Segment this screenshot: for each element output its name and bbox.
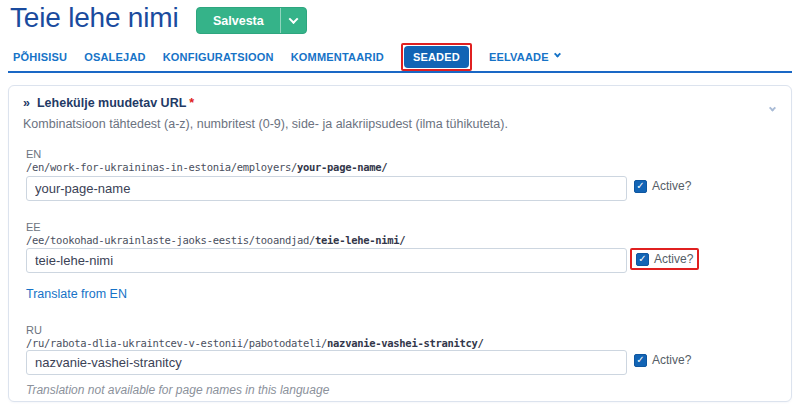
active-checkbox-en[interactable]: ✓ bbox=[634, 180, 647, 193]
page-title: Teie lehe nimi bbox=[10, 2, 178, 34]
tabbar-divider bbox=[8, 71, 792, 73]
tab-eelvaade[interactable]: EELVAADE bbox=[489, 51, 560, 63]
annotation-box-seaded: SEADED bbox=[401, 43, 472, 71]
url-path-slug: teie-lehe-nimi/ bbox=[315, 234, 405, 246]
tab-eelvaade-label: EELVAADE bbox=[489, 51, 549, 63]
chevron-down-icon bbox=[769, 105, 776, 112]
check-icon: ✓ bbox=[638, 254, 646, 264]
chevron-down-icon bbox=[554, 51, 561, 58]
section-title: »Lehekülje muudetav URL* bbox=[23, 96, 194, 110]
url-path-slug: nazvanie-vashei-stranitcy/ bbox=[327, 337, 484, 349]
tab-bar: PÕHISISU OSALEJAD KONFIGURATSIOON KOMMEN… bbox=[13, 44, 560, 70]
tab-konfiguratsioon[interactable]: KONFIGURATSIOON bbox=[163, 51, 274, 63]
url-path-prefix: /en/work-for-ukraininas-in-estonia/emplo… bbox=[26, 161, 297, 173]
url-path-en: /en/work-for-ukraininas-in-estonia/emplo… bbox=[26, 161, 387, 173]
slug-input-en[interactable] bbox=[26, 176, 627, 201]
translate-from-en-link[interactable]: Translate from EN bbox=[26, 287, 127, 301]
tab-osalejad[interactable]: OSALEJAD bbox=[84, 51, 146, 63]
chevron-down-icon bbox=[288, 14, 298, 24]
save-dropdown-toggle[interactable] bbox=[280, 8, 306, 33]
page: Teie lehe nimi Salvesta PÕHISISU OSALEJA… bbox=[0, 0, 800, 406]
url-settings-panel: »Lehekülje muudetav URL* Kombinatsioon t… bbox=[8, 85, 792, 402]
slug-input-ru[interactable] bbox=[26, 350, 627, 375]
active-row-ru: ✓ Active? bbox=[634, 353, 691, 367]
tab-kommentaarid[interactable]: KOMMENTAARID bbox=[291, 51, 384, 63]
translation-unavailable-note: Translation not available for page names… bbox=[26, 383, 329, 397]
check-icon: ✓ bbox=[636, 181, 644, 191]
slug-input-ee[interactable] bbox=[26, 248, 627, 273]
check-icon: ✓ bbox=[636, 355, 644, 365]
active-label-ee: Active? bbox=[654, 252, 693, 266]
save-button[interactable]: Salvesta bbox=[197, 8, 280, 33]
annotation-box-active-ee: ✓ Active? bbox=[630, 248, 699, 270]
required-marker: * bbox=[189, 96, 194, 110]
tab-seaded[interactable]: SEADED bbox=[404, 46, 469, 68]
active-row-ee: ✓ Active? bbox=[630, 248, 699, 270]
url-path-ru: /ru/rabota-dlia-ukraintcev-v-estonii/pab… bbox=[26, 337, 484, 349]
url-path-slug: your-page-name/ bbox=[297, 161, 387, 173]
active-label-ru: Active? bbox=[652, 353, 691, 367]
active-checkbox-ee[interactable]: ✓ bbox=[636, 253, 649, 266]
section-title-text: Lehekülje muudetav URL bbox=[37, 96, 186, 110]
active-checkbox-ru[interactable]: ✓ bbox=[634, 354, 647, 367]
section-bullet-icon: » bbox=[23, 96, 30, 110]
url-path-ee: /ee/tookohad-ukrainlaste-jaoks-eestis/to… bbox=[26, 234, 405, 246]
active-row-en: ✓ Active? bbox=[634, 179, 691, 193]
section-description: Kombinatsioon tähtedest (a-z), numbrites… bbox=[23, 117, 508, 131]
lang-label-en: EN bbox=[26, 148, 41, 160]
url-path-prefix: /ee/tookohad-ukrainlaste-jaoks-eestis/to… bbox=[26, 234, 315, 246]
tab-pohisisu[interactable]: PÕHISISU bbox=[13, 51, 67, 63]
save-split-button[interactable]: Salvesta bbox=[196, 7, 307, 34]
url-path-prefix: /ru/rabota-dlia-ukraintcev-v-estonii/pab… bbox=[26, 337, 327, 349]
lang-label-ee: EE bbox=[26, 221, 41, 233]
collapse-section-toggle[interactable] bbox=[770, 98, 775, 116]
lang-label-ru: RU bbox=[26, 324, 42, 336]
active-label-en: Active? bbox=[652, 179, 691, 193]
